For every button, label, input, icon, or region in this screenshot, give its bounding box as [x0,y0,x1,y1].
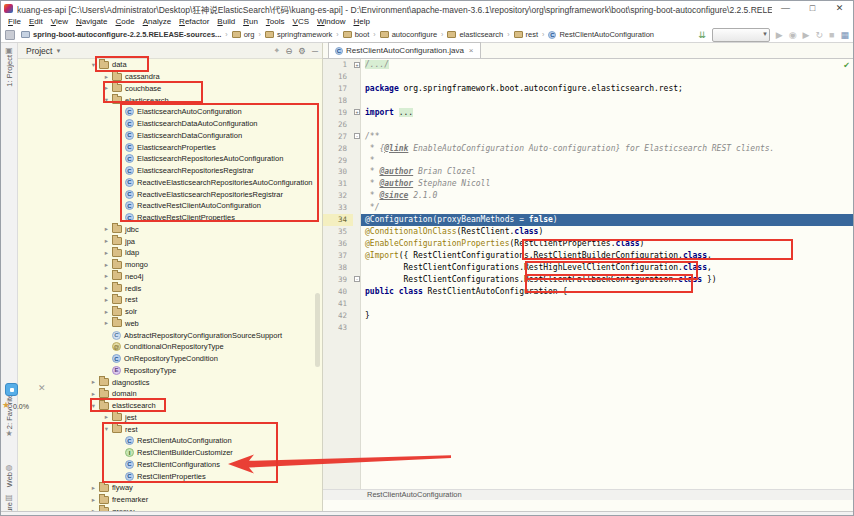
close-button[interactable]: ✕ [826,1,853,16]
toolwindow-web-button[interactable]: ◍ Web [1,463,17,487]
code-line[interactable]: 28 * {@link EnableAutoConfiguration Auto… [323,143,854,155]
tree-item[interactable]: CElasticsearchRepositoriesRegistrar [18,165,322,177]
tree-item[interactable]: CElasticsearchDataAutoConfiguration [18,118,322,130]
code-line[interactable]: 36@EnableConfigurationProperties(RestCli… [323,238,854,250]
chevron-expanded-icon[interactable]: ▾ [89,402,98,410]
tree-item[interactable]: CReactiveRestClientAutoConfiguration [18,200,322,212]
tree-scrollbar[interactable] [315,293,320,367]
menu-item-tools[interactable]: Tools [262,17,289,26]
menu-item-run[interactable]: Run [239,17,262,26]
tree-item[interactable]: COnRepositoryTypeCondition [18,353,322,365]
rerun-icon[interactable]: ↻ [816,28,824,42]
maximize-button[interactable]: □ [799,1,826,16]
breadcrumb-item[interactable]: boot [343,30,370,39]
fold-marker-icon[interactable]: - [354,276,360,282]
tree-item[interactable]: ▾data [18,59,322,71]
code-line[interactable]: 42} [323,310,854,322]
fold-marker-icon[interactable]: + [354,109,360,115]
code-line[interactable]: 29 * [323,155,854,167]
menu-item-analyze[interactable]: Analyze [139,17,175,26]
vcs-update-icon[interactable]: ⇊ [698,28,706,42]
tree-item[interactable]: ERepositoryType [18,365,322,377]
tree-item[interactable]: CRestClientProperties [18,470,322,482]
tree-item[interactable]: ▾rest [18,423,322,435]
code-line[interactable]: 39- RestClientConfigurations.RestClientF… [323,274,854,286]
tree-item[interactable]: ▸ldap [18,247,322,259]
chevron-collapsed-icon[interactable]: ▸ [102,319,111,327]
chevron-collapsed-icon[interactable]: ▸ [102,84,111,92]
menu-item-window[interactable]: Window [313,17,349,26]
coverage-grid-icon[interactable]: ▦ [840,28,849,42]
recorder-badge-icon[interactable] [5,383,18,396]
tree-item[interactable]: @ConditionalOnRepositoryType [18,341,322,353]
editor-breadcrumb[interactable]: RestClientAutoConfiguration [323,489,854,500]
chevron-collapsed-icon[interactable]: ▸ [89,484,98,492]
chevron-collapsed-icon[interactable]: ▸ [89,390,98,398]
toolwindow-favorites-button[interactable]: 2: Favorites ★ [1,390,17,438]
stop-icon[interactable]: ■ [829,28,834,42]
code-line[interactable]: 19+import ... [323,107,854,119]
tree-item[interactable]: ▸couchbase [18,83,322,95]
code-line[interactable]: 38 RestClientConfigurations.RestHighLeve… [323,262,854,274]
chevron-collapsed-icon[interactable]: ▸ [89,496,98,504]
collapse-all-icon[interactable]: ⊖ [285,46,292,56]
minimize-button[interactable]: — [772,1,799,16]
tree-item[interactable]: ▸domain [18,388,322,400]
menu-item-refactor[interactable]: Refactor [175,17,213,26]
chevron-collapsed-icon[interactable]: ▸ [102,237,111,245]
tree-item[interactable]: ▸flyway [18,482,322,494]
menu-item-file[interactable]: File [4,17,25,26]
code-line[interactable]: 30 * @author Brian Clozel [323,166,854,178]
tree-item[interactable]: CRestClientConfigurations [18,459,322,471]
locate-file-icon[interactable]: ⌖ [274,45,279,56]
chevron-collapsed-icon[interactable]: ▸ [102,308,111,316]
code-line[interactable]: 37@Import({ RestClientConfigurations.Res… [323,250,854,262]
breadcrumb-item[interactable]: org [232,30,255,39]
tree-item[interactable]: CElasticsearchDataConfiguration [18,130,322,142]
code-line[interactable]: 26 [323,119,854,131]
gear-icon[interactable]: ⚙ [298,46,306,56]
recorder-close-icon[interactable]: ✕ [38,383,46,393]
code-line[interactable]: 43 [323,322,854,334]
tree-item[interactable]: ▸freemarker [18,494,322,506]
menu-item-view[interactable]: View [47,17,72,26]
tree-item[interactable]: CRestClientAutoConfiguration [18,435,322,447]
breadcrumb-item[interactable]: elasticsearch [447,30,503,39]
tree-item[interactable]: IRestClientBuilderCustomizer [18,447,322,459]
code-line[interactable]: 1+/.../ [323,59,854,71]
chevron-collapsed-icon[interactable]: ▸ [102,261,111,269]
tree-item[interactable]: ▸web [18,318,322,330]
editor-tab[interactable]: C RestClientAutoConfiguration.java × [328,42,481,58]
project-panel-title[interactable]: Project [26,46,52,56]
tree-item[interactable]: ▸jdbc [18,224,322,236]
breadcrumb-item[interactable]: autoconfigure [380,30,437,39]
breadcrumb-item[interactable]: spring-boot-autoconfigure-2.2.5.RELEASE-… [21,30,221,39]
tree-item[interactable]: CAbstractRepositoryConfigurationSourceSu… [18,329,322,341]
code-line[interactable]: 17package org.springframework.boot.autoc… [323,83,854,95]
menu-item-vcs[interactable]: VCS [289,17,313,26]
breadcrumb-item[interactable]: rest [514,30,539,39]
tree-item[interactable]: CElasticsearchProperties [18,141,322,153]
chevron-collapsed-icon[interactable]: ▸ [102,249,111,257]
breadcrumb-item[interactable]: CRestClientAutoConfiguration [548,30,654,39]
code-line[interactable]: 34@Configuration(proxyBeanMethods = fals… [323,214,854,226]
tree-item[interactable]: ▸neo4j [18,271,322,283]
tree-item[interactable]: CReactiveElasticsearchRepositoriesRegist… [18,188,322,200]
chevron-collapsed-icon[interactable]: ▸ [102,272,111,280]
tree-item[interactable]: ▸solr [18,306,322,318]
chevron-collapsed-icon[interactable]: ▸ [102,296,111,304]
code-line[interactable]: 16 [323,71,854,83]
code-line[interactable]: 18 [323,95,854,107]
tree-item[interactable]: ▸cassandra [18,71,322,83]
menu-item-edit[interactable]: Edit [25,17,47,26]
tree-item[interactable]: ▾elasticsearch [18,400,322,412]
menu-item-navigate[interactable]: Navigate [72,17,112,26]
fold-marker-icon[interactable]: + [354,62,360,68]
code-line[interactable]: 40public class RestClientAutoConfigurati… [323,286,854,298]
code-line[interactable]: 41 [323,298,854,310]
run-icon[interactable]: ▶ [776,28,783,42]
tree-item[interactable]: CElasticsearchRepositoriesAutoConfigurat… [18,153,322,165]
chevron-expanded-icon[interactable]: ▾ [102,425,111,433]
tree-item[interactable]: ▸mongo [18,259,322,271]
debug-icon[interactable]: ◉ [789,28,797,42]
